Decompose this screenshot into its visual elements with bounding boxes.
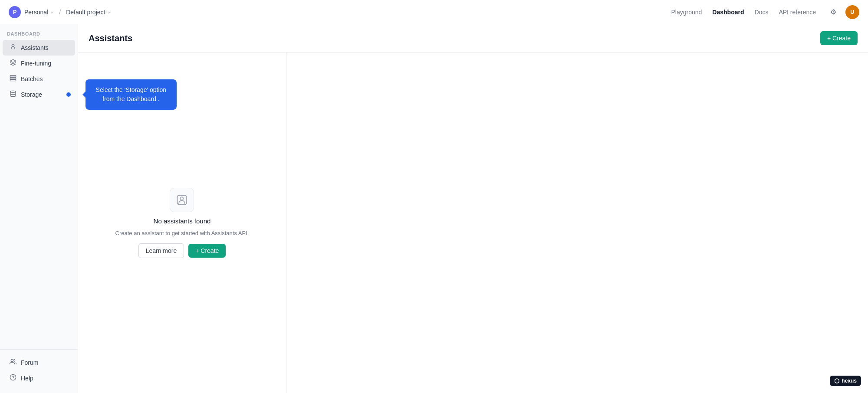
main-header: Assistants + Create (78, 24, 868, 52)
right-panel (286, 52, 868, 393)
empty-state-description: Create an assistant to get started with … (115, 230, 249, 236)
svg-rect-2 (10, 78, 16, 79)
header-nav: Playground Dashboard Docs API reference … (671, 5, 859, 19)
help-icon (10, 374, 16, 383)
sidebar-item-assistants[interactable]: Assistants (3, 40, 75, 56)
header-icons: ⚙ U (826, 5, 859, 19)
nav-playground[interactable]: Playground (671, 9, 702, 16)
svg-point-9 (181, 197, 184, 200)
create-button-header[interactable]: + Create (820, 31, 858, 45)
nav-api-reference[interactable]: API reference (779, 9, 816, 16)
sidebar-item-label-storage: Storage (21, 91, 42, 98)
page-title: Assistants (89, 33, 132, 43)
breadcrumb-separator: / (59, 9, 61, 16)
batches-icon (10, 75, 16, 83)
left-panel: No assistants found Create an assistant … (78, 52, 286, 393)
svg-rect-3 (10, 79, 16, 81)
personal-badge[interactable]: P (9, 6, 21, 18)
chevron-down-icon-2: ⌄ (107, 9, 111, 15)
nav-docs[interactable]: Docs (754, 9, 768, 16)
hexus-label: hexus (842, 378, 857, 384)
assistants-icon (10, 43, 16, 52)
learn-more-button[interactable]: Learn more (138, 243, 184, 258)
sidebar-item-forum[interactable]: Forum (3, 355, 75, 370)
sidebar-item-label-assistants: Assistants (21, 44, 49, 51)
hexus-icon: ⬡ (834, 377, 839, 384)
breadcrumb-personal[interactable]: Personal ⌄ (24, 9, 54, 16)
main-content: Assistants + Create No assistants found … (78, 24, 868, 393)
storage-icon (10, 90, 16, 99)
fine-tuning-icon (10, 59, 16, 68)
svg-point-0 (12, 45, 14, 47)
sidebar-item-label-help: Help (21, 375, 33, 382)
sidebar-item-help[interactable]: Help (3, 370, 75, 386)
forum-icon (10, 358, 16, 367)
storage-dot (66, 92, 71, 97)
sidebar-item-batches[interactable]: Batches (3, 71, 75, 87)
nav-dashboard[interactable]: Dashboard (712, 9, 744, 16)
empty-state-title: No assistants found (154, 217, 211, 225)
layout: Dashboard Assistants Fine-tuning Batches (0, 24, 868, 393)
sidebar-section-label: Dashboard (0, 31, 78, 40)
settings-icon[interactable]: ⚙ (826, 5, 840, 19)
sidebar-item-storage[interactable]: Storage (3, 87, 75, 102)
sidebar-item-label-forum: Forum (21, 359, 38, 366)
header: P Personal ⌄ / Default project ⌄ Playgro… (0, 0, 868, 24)
empty-state-icon (170, 188, 194, 212)
chevron-down-icon: ⌄ (50, 9, 54, 15)
header-left: P Personal ⌄ / Default project ⌄ (9, 6, 111, 18)
content-area: No assistants found Create an assistant … (78, 52, 868, 393)
svg-point-5 (11, 359, 13, 361)
sidebar-item-label-batches: Batches (21, 75, 43, 82)
user-avatar[interactable]: U (845, 5, 859, 19)
storage-container: Storage Select the 'Storage' option from… (0, 87, 78, 102)
personal-label: Personal (24, 9, 48, 16)
hexus-badge: ⬡ hexus (830, 376, 861, 386)
sidebar-item-label-fine-tuning: Fine-tuning (21, 60, 51, 67)
sidebar: Dashboard Assistants Fine-tuning Batches (0, 24, 78, 393)
empty-state: No assistants found Create an assistant … (115, 188, 249, 258)
project-label: Default project (66, 9, 105, 16)
sidebar-item-fine-tuning[interactable]: Fine-tuning (3, 56, 75, 71)
create-button-empty[interactable]: + Create (188, 244, 226, 258)
breadcrumb-project[interactable]: Default project ⌄ (66, 9, 111, 16)
svg-rect-1 (10, 75, 16, 77)
svg-point-4 (10, 91, 16, 92)
empty-state-actions: Learn more + Create (138, 243, 226, 258)
sidebar-bottom: Forum Help (0, 349, 78, 386)
